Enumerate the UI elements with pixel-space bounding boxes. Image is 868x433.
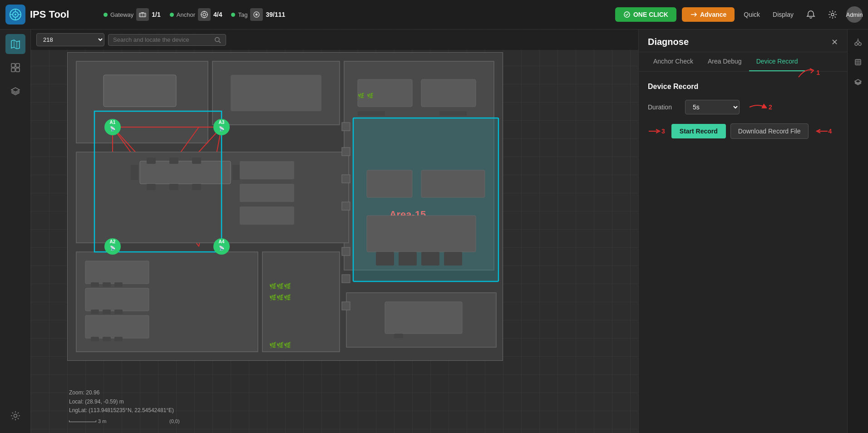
sidebar-item-grid[interactable]	[5, 58, 25, 78]
svg-rect-76	[103, 310, 111, 314]
duration-row: Duration 1s 2s 5s 10s 30s 2	[648, 100, 838, 114]
svg-rect-26	[11, 68, 15, 72]
svg-rect-11	[141, 12, 144, 13]
bell-icon-button[interactable]	[803, 6, 819, 23]
gateway-dot	[104, 13, 108, 17]
sidebar-item-settings[interactable]	[5, 406, 25, 426]
svg-rect-94	[342, 302, 350, 310]
scissors-icon-button[interactable]	[850, 34, 866, 50]
svg-rect-112	[399, 252, 417, 266]
close-panel-button[interactable]: ✕	[831, 37, 838, 47]
floor-plan: 🌿 🌿 Area-15	[67, 52, 503, 361]
diagnose-panel: Diagnose ✕ Anchor Check Area Debug Devic…	[638, 30, 847, 433]
svg-point-12	[201, 11, 207, 18]
svg-point-21	[831, 13, 834, 16]
left-sidebar	[0, 30, 31, 433]
svg-rect-58	[232, 165, 240, 180]
svg-point-29	[215, 37, 219, 41]
svg-rect-109	[421, 170, 485, 197]
svg-line-30	[219, 41, 221, 43]
svg-point-28	[14, 414, 17, 418]
svg-rect-71	[85, 315, 149, 338]
annotation-3: 3	[648, 127, 665, 136]
panel-title: Diagnose	[648, 37, 689, 47]
svg-rect-27	[16, 68, 20, 72]
map-info: Zoom: 20.96 Local: (28.94, -0.59) m LngL…	[69, 389, 174, 415]
svg-text:A3: A3	[219, 120, 225, 125]
svg-rect-43	[439, 111, 467, 116]
coord-label: (0,0)	[169, 418, 180, 424]
tool-icon-button[interactable]	[850, 54, 866, 70]
svg-rect-63	[169, 184, 178, 190]
app-title: IPS Tool	[30, 9, 69, 20]
svg-text:📡: 📡	[219, 245, 225, 251]
svg-rect-70	[85, 288, 149, 311]
svg-text:📡: 📡	[219, 126, 225, 132]
svg-text:🌿🌿🌿: 🌿🌿🌿	[269, 294, 291, 301]
anchor-dot	[170, 13, 174, 17]
scale-line	[69, 420, 96, 422]
svg-rect-120	[855, 59, 861, 65]
svg-rect-59	[147, 157, 156, 164]
svg-rect-80	[114, 337, 123, 341]
anchor-icon	[198, 8, 211, 21]
svg-line-118	[858, 40, 860, 43]
svg-text:🌿🌿🌿: 🌿🌿🌿	[269, 282, 291, 290]
svg-point-2	[15, 14, 16, 15]
floor-select[interactable]: 218	[36, 33, 104, 46]
floor-plan-svg: 🌿 🌿 Area-15	[67, 52, 503, 361]
settings-icon-button[interactable]	[824, 6, 841, 23]
duration-select[interactable]: 1s 2s 5s 10s 30s	[685, 100, 740, 114]
tab-anchor-check[interactable]: Anchor Check	[646, 52, 700, 71]
one-click-button[interactable]: ONE CLICK	[615, 7, 676, 22]
lnglat-info: LngLat: (113.94815235°N, 22.54542481°E)	[69, 406, 174, 415]
svg-rect-25	[16, 64, 20, 67]
annotation-4: 4	[815, 127, 832, 136]
svg-point-116	[858, 43, 861, 45]
advance-button[interactable]: Advance	[682, 7, 735, 22]
svg-rect-65	[240, 161, 294, 179]
header: IPS Tool Gateway 1/1 Anchor	[0, 0, 868, 30]
svg-rect-78	[114, 282, 123, 287]
svg-rect-35	[178, 79, 190, 98]
svg-rect-87	[394, 334, 403, 338]
layers-icon-button[interactable]	[850, 74, 866, 90]
display-button[interactable]: Display	[769, 8, 797, 21]
svg-rect-67	[240, 207, 294, 225]
search-input[interactable]	[113, 36, 212, 43]
section-title: Device Record	[648, 83, 838, 91]
svg-rect-81	[262, 252, 340, 352]
start-record-button[interactable]: Start Record	[671, 124, 726, 138]
gateway-status: Gateway 1/1	[104, 8, 161, 21]
svg-rect-111	[376, 252, 394, 266]
duration-label: Duration	[648, 103, 680, 111]
map-area[interactable]: 218	[31, 30, 638, 433]
svg-rect-37	[231, 75, 321, 111]
svg-text:A4: A4	[219, 239, 225, 244]
right-edge-icons	[847, 30, 868, 433]
svg-rect-90	[342, 175, 350, 183]
tab-area-debug[interactable]: Area Debug	[700, 52, 749, 71]
svg-rect-77	[103, 337, 111, 341]
svg-text:📡: 📡	[110, 126, 116, 132]
logo-area: IPS Tool	[5, 5, 96, 25]
svg-rect-40	[358, 79, 412, 107]
quick-button[interactable]: Quick	[740, 8, 764, 21]
svg-rect-86	[385, 302, 462, 334]
annotation-1: 1	[796, 66, 820, 79]
download-record-file-button[interactable]: Download Record File	[730, 123, 809, 139]
sidebar-item-layers[interactable]	[5, 81, 25, 101]
svg-rect-56	[140, 161, 231, 184]
svg-text:A2: A2	[110, 239, 116, 244]
user-avatar[interactable]: Admin	[846, 6, 863, 23]
sidebar-item-map[interactable]	[5, 34, 25, 54]
svg-rect-61	[192, 157, 201, 164]
map-toolbar: 218	[31, 30, 638, 50]
header-right: ONE CLICK Advance Quick Display Admin	[615, 6, 863, 23]
svg-text:A1: A1	[110, 120, 116, 125]
svg-rect-74	[91, 337, 99, 341]
tag-status: Tag 39/111	[231, 8, 285, 21]
svg-rect-79	[114, 310, 123, 314]
svg-line-117	[856, 40, 858, 43]
svg-rect-60	[169, 157, 178, 164]
